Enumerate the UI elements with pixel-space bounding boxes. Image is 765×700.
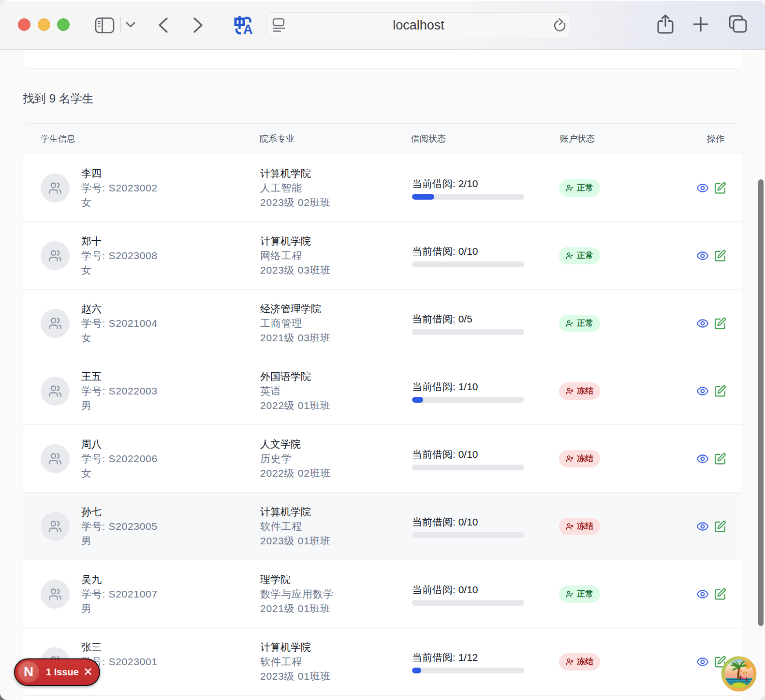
svg-text:A: A — [243, 22, 253, 37]
